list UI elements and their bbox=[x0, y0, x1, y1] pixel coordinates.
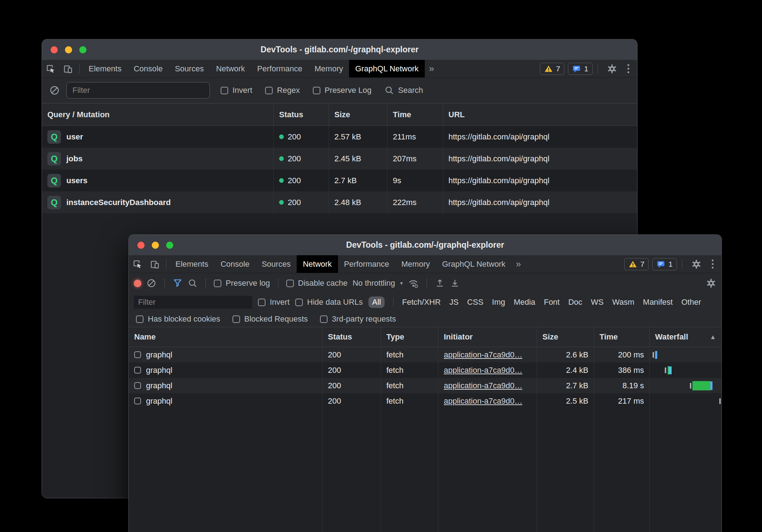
invert-checkbox[interactable] bbox=[258, 299, 265, 306]
has-blocked-cookies-checkbox[interactable] bbox=[136, 315, 144, 323]
table-row[interactable]: graphql 200 fetch application-a7ca9d0… 2… bbox=[129, 362, 721, 378]
table-row[interactable]: graphql 200 fetch application-a7ca9d0… 2… bbox=[129, 347, 721, 362]
tab-performance[interactable]: Performance bbox=[338, 255, 395, 273]
titlebar[interactable]: DevTools - gitlab.com/-/graphql-explorer bbox=[129, 235, 721, 255]
initiator-link[interactable]: application-a7ca9d0… bbox=[444, 350, 522, 360]
zoom-window-button[interactable] bbox=[166, 242, 173, 249]
third-party-requests-checkbox-group[interactable]: 3rd-party requests bbox=[320, 314, 396, 324]
network-settings-button[interactable] bbox=[706, 278, 716, 289]
table-row[interactable]: Q jobs 200 2.45 kB 207ms https://gitlab.… bbox=[42, 148, 637, 170]
preserve-log-checkbox-group[interactable]: Preserve log bbox=[214, 279, 270, 288]
tab-sources[interactable]: Sources bbox=[169, 60, 210, 77]
table-row[interactable]: Q users 200 2.7 kB 9s https://gitlab.com… bbox=[42, 170, 637, 191]
tab-elements[interactable]: Elements bbox=[83, 60, 128, 77]
settings-button[interactable] bbox=[687, 259, 705, 270]
more-options-button[interactable] bbox=[625, 64, 632, 73]
tab-network[interactable]: Network bbox=[210, 60, 251, 77]
tab-memory[interactable]: Memory bbox=[395, 255, 436, 273]
column-header-size[interactable]: Size bbox=[537, 327, 594, 347]
column-header-time[interactable]: Time bbox=[594, 327, 650, 347]
tab-network[interactable]: Network bbox=[297, 255, 338, 273]
filter-funnel-icon[interactable] bbox=[173, 278, 183, 288]
preserve-log-checkbox[interactable] bbox=[214, 280, 221, 287]
tab-sources[interactable]: Sources bbox=[255, 255, 297, 273]
more-tabs-button[interactable]: » bbox=[425, 60, 438, 77]
titlebar[interactable]: DevTools - gitlab.com/-/graphql-explorer bbox=[42, 39, 637, 60]
type-filter-media[interactable]: Media bbox=[514, 298, 535, 307]
device-toolbar-button[interactable] bbox=[146, 255, 163, 273]
disable-cache-checkbox[interactable] bbox=[286, 280, 294, 287]
inspect-element-button[interactable] bbox=[129, 255, 146, 273]
hide-data-urls-checkbox[interactable] bbox=[295, 299, 303, 306]
type-filter-img[interactable]: Img bbox=[492, 298, 505, 307]
column-header-waterfall[interactable]: Waterfall ▲ bbox=[650, 327, 721, 347]
filter-input[interactable] bbox=[134, 296, 252, 309]
import-har-icon[interactable] bbox=[435, 278, 445, 288]
table-row[interactable]: Q user 200 2.57 kB 211ms https://gitlab.… bbox=[42, 126, 637, 148]
close-window-button[interactable] bbox=[137, 242, 145, 249]
tab-graphql-network[interactable]: GraphQL Network bbox=[436, 255, 511, 273]
column-header-time[interactable]: Time bbox=[387, 104, 443, 125]
column-header-name[interactable]: Name bbox=[129, 327, 323, 347]
type-filter-fetch-xhr[interactable]: Fetch/XHR bbox=[402, 298, 441, 307]
network-conditions-icon[interactable] bbox=[408, 278, 419, 289]
table-row[interactable]: graphql 200 fetch application-a7ca9d0… 2… bbox=[129, 378, 721, 393]
warnings-badge[interactable]: 7 bbox=[624, 258, 649, 270]
device-toolbar-button[interactable] bbox=[59, 60, 76, 77]
close-window-button[interactable] bbox=[51, 46, 58, 53]
has-blocked-cookies-checkbox-group[interactable]: Has blocked cookies bbox=[136, 314, 220, 324]
tab-console[interactable]: Console bbox=[215, 255, 256, 273]
clear-icon[interactable] bbox=[146, 278, 156, 288]
settings-button[interactable] bbox=[603, 63, 621, 74]
row-checkbox[interactable] bbox=[134, 367, 141, 374]
table-row[interactable]: graphql 200 fetch application-a7ca9d0… 2… bbox=[129, 393, 721, 409]
minimize-window-button[interactable] bbox=[65, 46, 72, 53]
tab-graphql-network[interactable]: GraphQL Network bbox=[349, 60, 424, 77]
disable-cache-checkbox-group[interactable]: Disable cache bbox=[286, 279, 348, 288]
regex-checkbox[interactable] bbox=[265, 87, 273, 94]
invert-checkbox-group[interactable]: Invert bbox=[221, 86, 252, 95]
blocked-requests-checkbox[interactable] bbox=[232, 315, 240, 323]
regex-checkbox-group[interactable]: Regex bbox=[265, 86, 300, 95]
type-filter-font[interactable]: Font bbox=[544, 298, 560, 307]
warnings-badge[interactable]: 7 bbox=[540, 63, 565, 75]
type-filter-other[interactable]: Other bbox=[681, 298, 701, 307]
zoom-window-button[interactable] bbox=[79, 46, 86, 53]
export-har-icon[interactable] bbox=[450, 278, 460, 288]
issues-badge[interactable]: 1 bbox=[652, 258, 677, 270]
search-icon[interactable] bbox=[188, 278, 198, 288]
row-checkbox[interactable] bbox=[134, 382, 141, 389]
tab-performance[interactable]: Performance bbox=[251, 60, 309, 77]
type-filter-wasm[interactable]: Wasm bbox=[612, 298, 635, 307]
initiator-link[interactable]: application-a7ca9d0… bbox=[444, 366, 522, 375]
tab-memory[interactable]: Memory bbox=[309, 60, 349, 77]
tab-console[interactable]: Console bbox=[128, 60, 169, 77]
column-header-type[interactable]: Type bbox=[381, 327, 438, 347]
type-filter-all[interactable]: All bbox=[368, 296, 384, 308]
table-row[interactable]: Q instanceSecurityDashboard 200 2.48 kB … bbox=[42, 191, 637, 213]
issues-badge[interactable]: 1 bbox=[568, 63, 593, 75]
clear-icon[interactable] bbox=[49, 85, 60, 96]
type-filter-js[interactable]: JS bbox=[449, 298, 458, 307]
preserve-log-checkbox[interactable] bbox=[313, 87, 320, 94]
filter-input[interactable] bbox=[66, 82, 210, 99]
inspect-element-button[interactable] bbox=[42, 60, 59, 77]
column-header-size[interactable]: Size bbox=[329, 104, 387, 125]
row-checkbox[interactable] bbox=[134, 398, 141, 404]
invert-checkbox-group[interactable]: Invert bbox=[258, 298, 290, 307]
record-button[interactable] bbox=[134, 280, 141, 287]
initiator-link[interactable]: application-a7ca9d0… bbox=[444, 381, 522, 390]
column-header-url[interactable]: URL bbox=[443, 104, 637, 125]
column-header-status[interactable]: Status bbox=[274, 104, 329, 125]
more-options-button[interactable] bbox=[709, 260, 716, 269]
initiator-link[interactable]: application-a7ca9d0… bbox=[444, 396, 522, 406]
row-checkbox[interactable] bbox=[134, 351, 141, 358]
throttling-dropdown[interactable]: No throttling ▾ bbox=[353, 279, 403, 288]
hide-data-urls-checkbox-group[interactable]: Hide data URLs bbox=[295, 298, 363, 307]
type-filter-ws[interactable]: WS bbox=[591, 298, 603, 307]
preserve-log-checkbox-group[interactable]: Preserve Log bbox=[313, 86, 372, 95]
minimize-window-button[interactable] bbox=[152, 242, 159, 249]
third-party-requests-checkbox[interactable] bbox=[320, 315, 328, 323]
type-filter-doc[interactable]: Doc bbox=[568, 298, 582, 307]
blocked-requests-checkbox-group[interactable]: Blocked Requests bbox=[232, 314, 308, 324]
